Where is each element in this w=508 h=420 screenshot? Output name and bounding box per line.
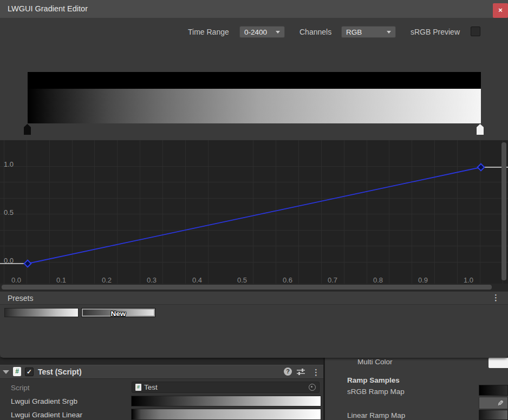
csharp-script-icon: # (135, 384, 141, 391)
x-tick-02: 0.2 (97, 276, 116, 284)
curve-key-start (24, 260, 31, 267)
ramp-samples-header: Ramp Samples (347, 376, 400, 384)
srgb-ramp-label: sRGB Ramp Map (347, 388, 405, 396)
gradient-stop-black[interactable] (24, 124, 31, 135)
csharp-script-icon: # (13, 367, 21, 376)
script-object-value: Test (144, 383, 306, 391)
presets-menu-icon[interactable]: ⋮ (492, 293, 500, 301)
gradient-linear-label: Lwgui Gradient Linear (11, 411, 82, 419)
presets-title: Presets (8, 294, 33, 303)
window-title: LWGUI Gradient Editor (8, 4, 88, 13)
vertical-scrollbar-thumb[interactable] (502, 142, 506, 280)
channels-value: RGB (346, 28, 362, 36)
linear-ramp-thumbnail[interactable] (479, 410, 508, 420)
preset-name: New (111, 310, 126, 318)
horizontal-scrollbar-track[interactable] (0, 284, 508, 291)
edit-ramp-button[interactable]: ✎ (479, 397, 508, 409)
multi-color-label: Multi Color (357, 358, 393, 366)
channels-label: Channels (299, 28, 331, 36)
inspector-top-strip (0, 357, 323, 365)
gradient-srgb-field[interactable] (131, 396, 321, 406)
background-panels: # ✓ Test (Script) ? ⋮ Script # (0, 355, 508, 420)
component-header[interactable]: # ✓ Test (Script) ? ⋮ (0, 365, 323, 379)
gradient-linear-field[interactable] (131, 409, 321, 420)
gradient-srgb-label: Lwgui Gradient Srgb (11, 397, 77, 405)
time-range-label: Time Range (188, 28, 229, 36)
x-tick-03: 0.3 (142, 276, 161, 284)
x-tick-07: 0.7 (323, 276, 342, 284)
curve-line (28, 167, 481, 264)
linear-ramp-label: Linear Ramp Map (347, 411, 405, 419)
gradient-editor-window: LWGUI Gradient Editor × Time Range 0-240… (0, 0, 508, 358)
x-tick-08: 0.8 (369, 276, 387, 284)
foldout-arrow-icon[interactable] (3, 370, 9, 374)
close-icon: × (498, 6, 503, 14)
object-picker-icon[interactable] (309, 384, 316, 391)
component-title: Test (Script) (38, 365, 82, 378)
gradient-preview-top-strip[interactable] (28, 72, 481, 89)
x-tick-01: 0.1 (52, 276, 70, 284)
presets-icon[interactable] (296, 368, 305, 376)
chevron-down-icon (276, 31, 280, 34)
channels-dropdown[interactable]: RGB (341, 26, 396, 38)
x-tick-09: 0.9 (414, 276, 432, 284)
inspector-panel: # ✓ Test (Script) ? ⋮ Script # (0, 357, 323, 420)
screen: # ✓ Test (Script) ? ⋮ Script # (0, 0, 508, 420)
srgb-ramp-thumbnail[interactable] (479, 385, 508, 396)
script-row-label: Script (11, 384, 30, 392)
x-tick-06: 0.6 (278, 276, 297, 284)
curve-key-end (478, 164, 485, 171)
x-tick-04: 0.4 (188, 276, 206, 284)
srgb-preview-checkbox[interactable] (471, 27, 480, 36)
x-tick-10: 1.0 (459, 276, 478, 284)
window-titlebar[interactable]: LWGUI Gradient Editor × (0, 0, 508, 18)
checkmark-icon: ✓ (25, 368, 33, 376)
x-tick-00: 0.0 (7, 276, 25, 284)
pencil-icon: ✎ (497, 399, 504, 408)
presets-header-bar: Presets ⋮ (0, 291, 508, 305)
preset-swatch-gradient[interactable] (4, 308, 79, 317)
script-object-field[interactable]: # Test (132, 382, 320, 393)
material-panel: Multi Color Ramp Samples sRGB Ramp Map ✎… (325, 355, 508, 420)
curve-editor[interactable]: 1.0 0.5 0.0 0.0 0.1 0.2 0.3 0.4 0.5 0.6 … (0, 140, 508, 291)
preset-swatch-new[interactable]: New (81, 308, 155, 317)
curve-canvas[interactable] (0, 140, 508, 291)
chevron-down-icon (387, 31, 391, 34)
help-icon[interactable]: ? (284, 368, 292, 376)
gradient-stop-white[interactable] (477, 124, 484, 135)
close-button[interactable]: × (493, 3, 508, 18)
time-range-dropdown[interactable]: 0-2400 (239, 26, 285, 38)
srgb-preview-label: sRGB Preview (411, 28, 460, 36)
multi-color-swatch[interactable] (489, 358, 508, 368)
component-enabled-checkbox[interactable]: ✓ (25, 368, 34, 376)
horizontal-scrollbar-thumb[interactable] (2, 285, 492, 290)
component-menu-icon[interactable]: ⋮ (312, 368, 320, 376)
time-range-value: 0-2400 (244, 28, 267, 36)
gradient-preview-bar[interactable] (28, 89, 481, 123)
x-tick-05: 0.5 (233, 276, 251, 284)
